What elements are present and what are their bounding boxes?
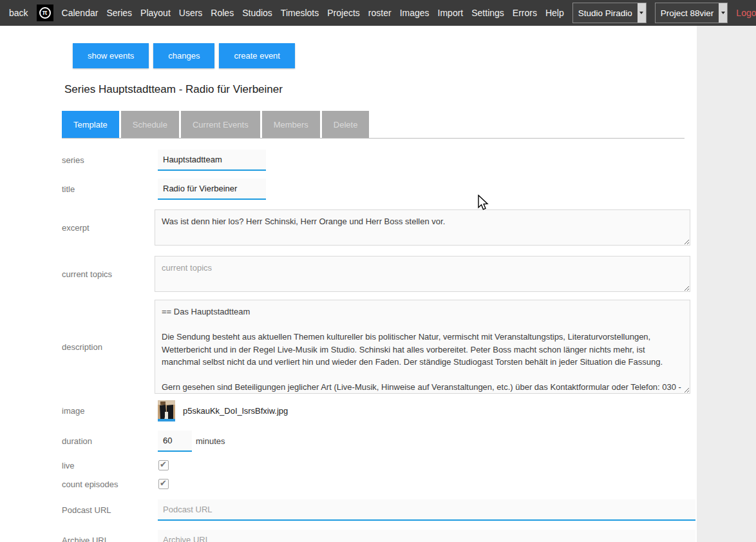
series-image-thumbnail[interactable]: [158, 400, 175, 421]
nav-item-playout[interactable]: Playout: [140, 8, 171, 18]
image-row: image p5skauKk_DoI_lsrsBfxiw.jpg: [62, 400, 697, 421]
description-row: description == Das Hauptstadtteam Die Se…: [62, 300, 697, 394]
podcast-url-label: Podcast URL: [62, 505, 155, 515]
studio-select-arrow-button[interactable]: [638, 3, 646, 23]
duration-row: duration minutes: [62, 431, 697, 452]
current-topics-textarea[interactable]: [155, 256, 690, 292]
current-topics-row: current topics: [62, 256, 697, 292]
nav-back-link[interactable]: back: [9, 8, 28, 18]
series-label: series: [62, 155, 155, 165]
live-row: live: [62, 460, 697, 470]
project-select[interactable]: Project 88vier: [655, 3, 728, 23]
duration-input[interactable]: [158, 431, 192, 452]
archive-url-input[interactable]: [158, 530, 695, 542]
chevron-down-icon: [721, 12, 725, 14]
create-event-button[interactable]: create event: [219, 43, 295, 68]
count-episodes-label: count episodes: [62, 479, 155, 489]
archive-url-row: Archive URL: [62, 530, 697, 542]
live-checkbox[interactable]: [158, 460, 169, 470]
tab-delete[interactable]: Delete: [322, 111, 370, 138]
excerpt-label: excerpt: [62, 223, 155, 233]
main-content-panel: show events changes create event Series …: [0, 26, 697, 542]
podcast-url-input[interactable]: [158, 499, 695, 521]
nav-item-roles[interactable]: Roles: [211, 8, 234, 18]
logout-link[interactable]: Logout: [736, 8, 756, 18]
show-events-button[interactable]: show events: [73, 43, 149, 68]
tab-bar: Template Schedule Current Events Members…: [62, 111, 685, 139]
tab-schedule[interactable]: Schedule: [121, 111, 179, 138]
title-input[interactable]: [158, 179, 266, 200]
image-filename-link[interactable]: p5skauKk_DoI_lsrsBfxiw.jpg: [183, 406, 288, 416]
studio-select[interactable]: Studio Piradio: [572, 3, 647, 23]
nav-item-timeslots[interactable]: Timeslots: [281, 8, 319, 18]
count-episodes-row: count episodes: [62, 479, 697, 489]
nav-item-projects[interactable]: Projects: [327, 8, 360, 18]
chevron-down-icon: [639, 12, 643, 14]
nav-item-studios[interactable]: Studios: [242, 8, 272, 18]
nav-item-import[interactable]: Import: [438, 8, 464, 18]
nav-item-help[interactable]: Help: [545, 8, 564, 18]
studio-select-value: Studio Piradio: [573, 3, 638, 23]
project-select-arrow-button[interactable]: [719, 3, 727, 23]
title-label: title: [62, 184, 155, 194]
pi-circle-icon: π: [39, 7, 51, 19]
project-select-value: Project 88vier: [656, 3, 719, 23]
title-row: title: [62, 179, 697, 200]
nav-item-users[interactable]: Users: [179, 8, 203, 18]
nav-item-calendar[interactable]: Calendar: [62, 8, 99, 18]
nav-item-images[interactable]: Images: [400, 8, 430, 18]
tab-members[interactable]: Members: [262, 111, 320, 138]
top-navigation-bar: back π Calendar Series Playout Users Rol…: [0, 0, 756, 26]
tab-current-events[interactable]: Current Events: [181, 111, 260, 138]
podcast-url-row: Podcast URL: [62, 499, 697, 521]
duration-label: duration: [62, 436, 155, 446]
description-textarea[interactable]: == Das Hauptstadtteam Die Sendung besteh…: [155, 300, 690, 394]
excerpt-row: excerpt Was ist denn hier los? Herr Schi…: [62, 209, 697, 246]
page-title: Series Hauptstadtteam - Radio für Vierbe…: [64, 83, 697, 96]
nav-item-roster[interactable]: roster: [368, 8, 392, 18]
excerpt-textarea[interactable]: Was ist denn hier los? Herr Schinski, He…: [155, 209, 690, 246]
image-label: image: [62, 406, 155, 416]
nav-item-settings[interactable]: Settings: [471, 8, 504, 18]
duration-unit-label: minutes: [196, 436, 225, 446]
current-topics-label: current topics: [62, 269, 155, 279]
action-button-row: show events changes create event: [73, 43, 697, 68]
series-input[interactable]: [158, 150, 266, 171]
live-label: live: [62, 461, 155, 470]
nav-item-series[interactable]: Series: [106, 8, 132, 18]
series-row: series: [62, 150, 697, 171]
description-label: description: [62, 342, 155, 352]
nav-item-errors[interactable]: Errors: [513, 8, 537, 18]
count-episodes-checkbox[interactable]: [158, 479, 169, 489]
tab-template[interactable]: Template: [62, 111, 119, 138]
archive-url-label: Archive URL: [62, 536, 155, 542]
changes-button[interactable]: changes: [153, 43, 214, 68]
piradio-logo[interactable]: π: [37, 5, 53, 21]
